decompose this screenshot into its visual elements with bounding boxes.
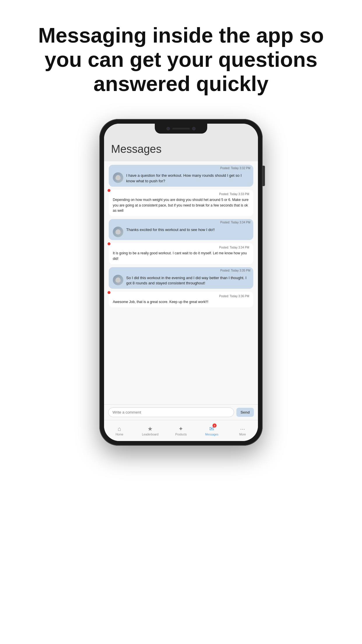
phone-notch bbox=[155, 124, 207, 134]
products-icon: ✦ bbox=[178, 425, 183, 432]
nav-label-home: Home bbox=[115, 433, 123, 436]
nav-label-messages: Messages bbox=[205, 433, 219, 436]
msg-timestamp-6: Posted: Today 3:36 PM bbox=[113, 295, 249, 298]
message-bubble-user-1: Posted: Today 3:32 PM I have a question … bbox=[109, 165, 253, 186]
nav-item-products[interactable]: ✦ Products bbox=[166, 420, 196, 441]
messages-badge-wrapper: ✉ 3 bbox=[209, 425, 214, 432]
message-bubble-trainer-4: Posted: Today 3:34 PM It is going to be … bbox=[109, 243, 253, 264]
avatar-img-1 bbox=[113, 172, 123, 183]
msg-timestamp-2: Posted: Today 3:33 PM bbox=[113, 192, 249, 196]
nav-item-leaderboard[interactable]: ★ Leaderboard bbox=[135, 420, 166, 441]
msg-text-4: It is going to be a really good workout.… bbox=[113, 251, 247, 261]
screen-title: Messages bbox=[111, 143, 161, 155]
nav-item-messages[interactable]: ✉ 3 Messages bbox=[196, 420, 227, 441]
msg-timestamp-5: Posted: Today 3:35 PM bbox=[220, 269, 250, 272]
nav-label-leaderboard: Leaderboard bbox=[142, 433, 159, 436]
msg-timestamp-1: Posted: Today 3:32 PM bbox=[220, 167, 250, 170]
message-bubble-user-5: Posted: Today 3:35 PM So I did this work… bbox=[109, 267, 253, 289]
msg-text-5: So I did this workout in the evening and… bbox=[126, 270, 249, 286]
page-headline: Messaging inside the app so you can get … bbox=[0, 0, 362, 113]
notch-camera-2 bbox=[192, 127, 196, 130]
more-icon: ··· bbox=[240, 426, 245, 432]
phone-frame: Messages Posted: Today 3:32 PM I have a … bbox=[99, 119, 263, 446]
phone-screen: Messages Posted: Today 3:32 PM I have a … bbox=[104, 124, 258, 441]
comment-input[interactable] bbox=[108, 407, 234, 417]
msg-text-1: I have a question for the workout. How m… bbox=[126, 168, 249, 183]
avatar-3 bbox=[113, 227, 123, 237]
msg-text-2: Depending on how much weight you are doi… bbox=[113, 198, 249, 213]
bottom-nav: ⌂ Home ★ Leaderboard ✦ Products ✉ 3 M bbox=[104, 420, 258, 441]
avatar-img-3 bbox=[113, 227, 123, 237]
nav-item-more[interactable]: ··· More bbox=[227, 420, 258, 441]
nav-label-more: More bbox=[239, 433, 246, 436]
send-button[interactable]: Send bbox=[236, 408, 254, 417]
msg-timestamp-4: Posted: Today 3:34 PM bbox=[113, 246, 249, 249]
message-bubble-trainer-2: Posted: Today 3:33 PM Depending on how m… bbox=[109, 190, 253, 216]
red-dot-2 bbox=[108, 189, 110, 192]
msg-timestamp-3: Posted: Today 3:34 PM bbox=[220, 221, 250, 224]
avatar-5 bbox=[113, 275, 123, 285]
messages-badge: 3 bbox=[212, 424, 217, 428]
home-icon: ⌂ bbox=[118, 426, 121, 432]
msg-text-6: Awesome Job, that is a great score. Keep… bbox=[113, 300, 208, 304]
notch-speaker bbox=[172, 128, 190, 130]
messages-area: Posted: Today 3:32 PM I have a question … bbox=[104, 161, 258, 404]
red-dot-4 bbox=[108, 242, 110, 245]
notch-camera bbox=[166, 127, 170, 130]
message-bubble-user-3: Posted: Today 3:34 PM Thanks excited for… bbox=[109, 219, 253, 240]
message-bubble-trainer-6: Posted: Today 3:36 PM Awesome Job, that … bbox=[109, 292, 253, 307]
phone-wrapper: Messages Posted: Today 3:32 PM I have a … bbox=[0, 113, 362, 446]
app-header: Messages bbox=[104, 138, 258, 161]
red-dot-6 bbox=[108, 291, 110, 294]
nav-item-home[interactable]: ⌂ Home bbox=[104, 420, 135, 441]
nav-label-products: Products bbox=[175, 433, 187, 436]
input-area: Send bbox=[104, 404, 258, 420]
avatar-1 bbox=[113, 172, 123, 183]
leaderboard-icon: ★ bbox=[147, 425, 153, 432]
avatar-img-5 bbox=[113, 275, 123, 285]
